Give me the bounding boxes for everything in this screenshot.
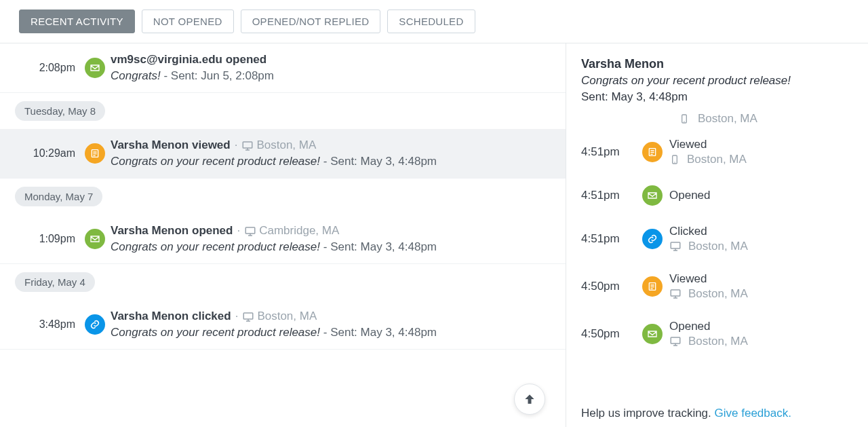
desktop-icon	[241, 140, 254, 152]
svg-rect-11	[671, 290, 680, 296]
activity-subject: Congrats on your recent product release!	[111, 326, 320, 339]
activity-action: clicked	[192, 310, 231, 322]
detail-event-time: 4:51pm	[581, 232, 635, 246]
envelope-icon	[642, 185, 663, 206]
activity-feed: 2:08pmvm9sc@virginia.edu openedCongrats!…	[0, 43, 566, 427]
document-icon	[642, 142, 663, 162]
detail-event-row[interactable]: 4:51pmViewedBoston, MA	[581, 128, 853, 176]
detail-subject: Congrats on your recent product release!	[581, 74, 853, 88]
detail-sent-time: Sent: May 3, 4:48pm	[581, 90, 853, 104]
date-pill: Tuesday, May 8	[15, 101, 105, 121]
detail-event-time: 4:50pm	[581, 280, 635, 293]
activity-time: 3:48pm	[15, 318, 79, 331]
tab-not-opened[interactable]: NOT OPENED	[142, 10, 234, 33]
activity-action: opened	[226, 53, 267, 66]
date-separator: Monday, May 7	[0, 179, 566, 215]
activity-subject: Congrats on your recent product release!	[111, 240, 320, 253]
mobile-icon	[669, 154, 680, 165]
svg-rect-9	[671, 242, 680, 248]
feedback-prompt: Help us improve tracking. Give feedback.	[581, 407, 791, 420]
svg-rect-12	[671, 337, 680, 344]
detail-event-action: Opened	[669, 189, 853, 202]
activity-sent: Sent: Jun 5, 2:08pm	[171, 69, 274, 82]
activity-time: 10:29am	[15, 147, 79, 160]
scroll-to-top-button[interactable]	[514, 384, 545, 415]
activity-sent: Sent: May 3, 4:48pm	[330, 240, 437, 253]
activity-actor: Varsha Menon	[111, 224, 189, 237]
activity-actor: Varsha Menon	[111, 138, 189, 151]
detail-event-location: Boston, MA	[687, 153, 747, 166]
date-pill: Friday, May 4	[15, 272, 95, 292]
detail-event-time: 4:51pm	[581, 145, 635, 159]
tab-scheduled[interactable]: SCHEDULED	[387, 10, 475, 33]
date-pill: Monday, May 7	[15, 187, 102, 206]
detail-event-action: Viewed	[669, 138, 853, 151]
activity-subject: Congrats on your recent product release!	[111, 155, 320, 168]
activity-row[interactable]: 3:48pmVarsha Menon clicked·Boston, MACon…	[0, 300, 566, 350]
tab-opened-not-replied[interactable]: OPENED/NOT REPLIED	[241, 10, 381, 33]
mobile-icon	[679, 113, 690, 124]
activity-action: opened	[192, 224, 233, 237]
activity-sent: Sent: May 3, 4:48pm	[330, 326, 437, 339]
activity-actor: vm9sc@virginia.edu	[111, 53, 222, 66]
date-separator: Friday, May 4	[0, 264, 566, 300]
detail-event-row[interactable]: 4:50pmViewedBoston, MA	[581, 263, 853, 310]
clipped-location: Boston, MA	[698, 112, 757, 126]
tab-recent-activity[interactable]: RECENT ACTIVITY	[19, 10, 135, 33]
activity-row[interactable]: 2:08pmvm9sc@virginia.edu openedCongrats!…	[0, 43, 566, 93]
activity-subject: Congrats!	[111, 69, 161, 82]
link-icon	[642, 229, 663, 249]
svg-rect-2	[245, 227, 255, 234]
svg-rect-3	[244, 313, 254, 319]
detail-event-location: Boston, MA	[688, 287, 748, 301]
activity-location: Boston, MA	[257, 310, 317, 322]
activity-time: 1:09pm	[15, 233, 79, 245]
desktop-icon	[244, 225, 256, 238]
detail-event-action: Opened	[669, 320, 853, 333]
tabs-bar: RECENT ACTIVITYNOT OPENEDOPENED/NOT REPL…	[0, 0, 868, 43]
envelope-icon	[85, 58, 105, 78]
detail-event-location: Boston, MA	[688, 240, 748, 253]
detail-event-action: Viewed	[669, 272, 853, 286]
detail-event-row[interactable]: 4:50pmOpenedBoston, MA	[581, 310, 853, 358]
arrow-up-icon	[523, 392, 536, 406]
activity-sent: Sent: May 3, 4:48pm	[330, 155, 437, 168]
desktop-icon	[669, 288, 682, 300]
detail-event-row[interactable]: 4:51pmClickedBoston, MA	[581, 215, 853, 263]
detail-pane: Varsha Menon Congrats on your recent pro…	[566, 43, 868, 427]
detail-event-row[interactable]: 4:51pmOpened	[581, 176, 853, 215]
clipped-prior-event: Boston, MA	[581, 112, 853, 126]
svg-rect-1	[243, 142, 253, 148]
envelope-icon	[85, 229, 105, 249]
svg-point-8	[674, 162, 675, 162]
activity-actor: Varsha Menon	[111, 310, 189, 322]
activity-row[interactable]: 1:09pmVarsha Menon opened·Cambridge, MAC…	[0, 215, 566, 264]
document-icon	[85, 143, 105, 164]
svg-point-5	[684, 121, 684, 122]
activity-time: 2:08pm	[15, 62, 79, 74]
detail-event-time: 4:50pm	[581, 327, 635, 341]
activity-row[interactable]: 10:29amVarsha Menon viewed·Boston, MACon…	[0, 129, 566, 179]
give-feedback-link[interactable]: Give feedback.	[715, 407, 791, 420]
link-icon	[85, 314, 105, 335]
detail-event-time: 4:51pm	[581, 189, 635, 202]
activity-location: Boston, MA	[256, 138, 316, 151]
detail-event-list: 4:51pmViewedBoston, MA4:51pmOpened4:51pm…	[581, 128, 853, 358]
desktop-icon	[669, 240, 682, 253]
document-icon	[642, 276, 663, 297]
desktop-icon	[669, 335, 682, 348]
desktop-icon	[242, 311, 254, 323]
activity-location: Cambridge, MA	[259, 224, 339, 237]
envelope-icon	[642, 324, 663, 344]
date-separator: Tuesday, May 8	[0, 93, 566, 129]
detail-event-location: Boston, MA	[688, 335, 748, 348]
activity-action: viewed	[192, 138, 231, 151]
detail-contact-name: Varsha Menon	[581, 57, 853, 71]
detail-event-action: Clicked	[669, 225, 853, 238]
